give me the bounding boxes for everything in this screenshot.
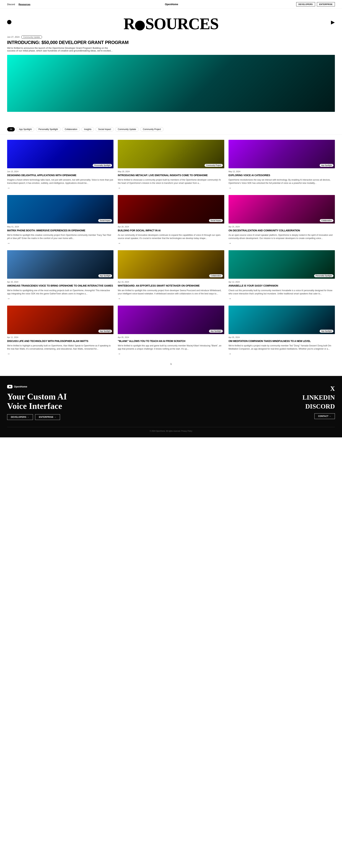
card-scanlines <box>118 195 224 223</box>
card-title: EXPLORING VOICE AI CATEGORIES <box>228 174 335 177</box>
card-tag[interactable]: Collaboration <box>209 274 223 277</box>
card-tag[interactable]: Social Impact <box>209 219 223 222</box>
pagination: 1 <box>0 355 342 372</box>
card-arrow-icon[interactable]: → <box>228 297 335 300</box>
filter-community-update[interactable]: Community Update <box>115 127 139 131</box>
card-date: Apr 28, 2024 <box>118 226 224 228</box>
featured-image-overlay <box>7 55 335 112</box>
card-title: ANNABELLE IS YOUR SASSY COMPANION <box>228 284 335 287</box>
articles-grid: Personality Spotlight Jun 15, 2024 DESIG… <box>0 140 342 355</box>
filter-collaboration[interactable]: Collaboration <box>62 127 80 131</box>
card-title: MATRIX PHONE BOOTH: IMMERSIVE EXPERIENCE… <box>7 229 114 232</box>
card-tag[interactable]: Personality Spotlight <box>314 274 334 277</box>
card-text: We're thrilled to highlight a personalit… <box>7 344 114 350</box>
nav-resources[interactable]: Resources <box>19 3 30 6</box>
corner-dot-icon <box>7 20 11 24</box>
featured-image <box>7 55 335 112</box>
card-date: Apr 15, 2024 <box>118 281 224 283</box>
card-arrow-icon[interactable]: → <box>7 352 114 355</box>
filter-insights[interactable]: Insights <box>82 127 94 131</box>
card-text: We're thrilled to spotlight a project ma… <box>228 344 335 350</box>
card-scanlines <box>118 306 224 334</box>
hero-dot-icon <box>135 21 145 30</box>
article-card[interactable]: Personality Spotlight Apr 12, 2024 ANNAB… <box>228 250 335 300</box>
card-title: DISCUSS LIFE AND TECHNOLOGY WITH PHILOSO… <box>7 339 114 343</box>
card-arrow-icon[interactable]: → <box>228 186 335 190</box>
article-card[interactable]: App Spotlight Apr 20, 2024 AMONGAIS TRAN… <box>7 250 114 300</box>
filter-social-impact[interactable]: Social Impact <box>95 127 114 131</box>
card-scanlines <box>228 140 335 168</box>
card-text: We're thrilled to spotlight this app and… <box>118 344 224 350</box>
card-title: INTRODUCING METACAP: LIVE EMOTIONAL INSI… <box>118 174 224 177</box>
article-card[interactable]: App Spotlight Apr 05, 2024 OM MEDITATION… <box>228 306 335 355</box>
filter-personality-spotlight[interactable]: Personality Spotlight <box>36 127 61 131</box>
card-arrow-icon[interactable]: → <box>118 242 224 245</box>
card-arrow-icon[interactable]: → <box>7 297 114 300</box>
card-image: App Spotlight <box>228 306 335 334</box>
footer-logo-text: OpenHome <box>14 385 27 388</box>
footer-bottom: © 2024 OpenHome. All rights reserved. Pr… <box>7 427 335 432</box>
article-card[interactable]: Personality Spotlight Jun 15, 2024 DESIG… <box>7 140 114 190</box>
card-arrow-icon[interactable]: → <box>118 186 224 190</box>
card-arrow-icon[interactable]: → <box>7 242 114 245</box>
footer-right: X LINKEDIN DISCORD CONTACT → <box>303 385 335 419</box>
footer-enterprise-button[interactable]: ENTERPRISE → <box>35 414 60 420</box>
nav-discord[interactable]: Discord <box>7 3 15 6</box>
featured-tag[interactable]: Community Update <box>21 35 42 39</box>
footer-logo: OpenHome <box>7 385 79 389</box>
featured-date: Jun 27, 2024 <box>7 36 20 38</box>
nav-actions: DEVELOPERS ENTERPRISE <box>296 2 335 6</box>
article-card[interactable]: Social Impact May 01, 2024 MATRIX PHONE … <box>7 195 114 245</box>
card-title: "BLANK" ALLOWS YOU TO TEACH AN AI FROM S… <box>118 339 224 343</box>
filter-app-spotlight[interactable]: App Spotlight <box>16 127 34 131</box>
filter-all[interactable]: All <box>7 127 15 131</box>
featured-title: INTRODUCING: $50,000 DEVELOPER GRANT PRO… <box>7 40 335 45</box>
footer-social-x: X <box>330 385 335 392</box>
card-tag[interactable]: App Spotlight <box>319 330 334 333</box>
card-image: App Spotlight <box>228 140 335 168</box>
card-title: DESIGNING DELIGHTFUL APPLICATIONS WITH O… <box>7 174 114 177</box>
card-tag[interactable]: Collaboration <box>320 219 334 222</box>
card-arrow-icon[interactable]: → <box>118 297 224 300</box>
article-card[interactable]: Community Project May 20, 2024 INTRODUCI… <box>118 140 224 190</box>
card-text: As an open-source voice AI smart speaker… <box>228 234 335 240</box>
article-card[interactable]: Collaboration Apr 25, 2024 ON DECENTRALI… <box>228 195 335 245</box>
footer-copyright: © 2024 OpenHome. All rights reserved. Pr… <box>150 430 192 432</box>
card-tag[interactable]: App Spotlight <box>209 330 223 333</box>
card-arrow-icon[interactable]: → <box>118 352 224 355</box>
filter-community-project[interactable]: Community Project <box>140 127 163 131</box>
article-card[interactable]: App Spotlight Apr 05, 2024 "BLANK" ALLOW… <box>118 306 224 355</box>
card-tag[interactable]: App Spotlight <box>98 274 112 277</box>
card-text: We're thrilled to showcase a community p… <box>118 178 224 185</box>
card-text: Check out this personality built by comm… <box>228 289 335 295</box>
article-card[interactable]: App Spotlight Apr 11, 2024 DISCUSS LIFE … <box>7 306 114 355</box>
card-date: May 20, 2024 <box>118 170 224 173</box>
card-tag[interactable]: App Spotlight <box>98 330 112 333</box>
footer-developers-button[interactable]: DEVELOPERS → <box>7 414 33 420</box>
card-tag[interactable]: App Spotlight <box>319 164 334 167</box>
footer-social-linkedin: LINKEDIN <box>303 394 335 401</box>
card-arrow-icon[interactable]: → <box>228 352 335 355</box>
article-card[interactable]: Social Impact Apr 28, 2024 BUILDING FOR … <box>118 195 224 245</box>
hero-title: RSOURCES <box>7 16 335 32</box>
card-arrow-icon[interactable]: → <box>228 242 335 245</box>
card-image: Community Project <box>118 140 224 168</box>
page-number[interactable]: 1 <box>170 363 172 365</box>
card-arrow-icon[interactable]: → <box>7 186 114 190</box>
developers-button[interactable]: DEVELOPERS <box>296 2 315 6</box>
nav-logo[interactable]: OpenHome <box>164 3 178 6</box>
card-date: May 01, 2024 <box>7 226 114 228</box>
card-title: ON DECENTRALIZATION AND COMMUNITY COLLAB… <box>228 229 335 232</box>
card-scanlines <box>118 250 224 279</box>
card-image: Social Impact <box>118 195 224 223</box>
card-text: We're thrilled to spotlighting one of th… <box>7 289 114 295</box>
card-title: AMONGAIS TRANSCENDS VOICE TO BRING OPENH… <box>7 284 114 287</box>
card-tag[interactable]: Community Project <box>205 164 223 167</box>
enterprise-button[interactable]: ENTERPRISE <box>317 2 335 6</box>
card-tag[interactable]: Personality Spotlight <box>93 164 112 167</box>
footer-contact-button[interactable]: CONTACT → <box>314 413 335 419</box>
card-image: Collaboration <box>228 195 335 223</box>
card-tag[interactable]: Social Impact <box>98 219 112 222</box>
article-card[interactable]: Collaboration Apr 15, 2024 WHITEBOARD: A… <box>118 250 224 300</box>
article-card[interactable]: App Spotlight May 12, 2024 EXPLORING VOI… <box>228 140 335 190</box>
